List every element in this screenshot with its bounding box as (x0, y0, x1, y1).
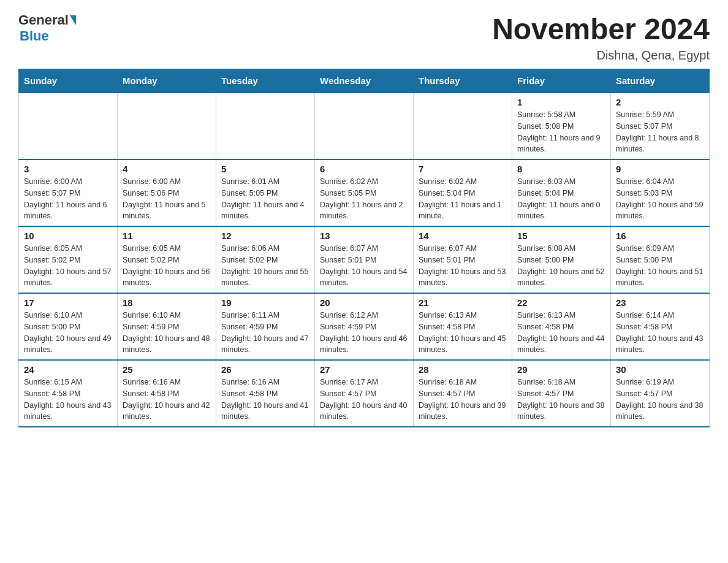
day-info: Sunrise: 6:10 AMSunset: 4:59 PMDaylight:… (123, 310, 211, 356)
calendar-cell: 9Sunrise: 6:04 AMSunset: 5:03 PMDaylight… (611, 159, 710, 226)
day-info: Sunrise: 6:04 AMSunset: 5:03 PMDaylight:… (616, 176, 704, 222)
calendar-week-row: 24Sunrise: 6:15 AMSunset: 4:58 PMDayligh… (19, 360, 710, 427)
day-number: 11 (123, 231, 211, 241)
weekday-header: Saturday (611, 69, 710, 93)
day-info: Sunrise: 6:15 AMSunset: 4:58 PMDaylight:… (24, 377, 112, 423)
day-number: 16 (616, 231, 704, 241)
calendar-cell: 20Sunrise: 6:12 AMSunset: 4:59 PMDayligh… (315, 293, 414, 360)
calendar-cell: 10Sunrise: 6:05 AMSunset: 5:02 PMDayligh… (19, 226, 118, 293)
day-number: 6 (320, 164, 408, 174)
day-number: 12 (221, 231, 309, 241)
calendar-week-row: 3Sunrise: 6:00 AMSunset: 5:07 PMDaylight… (19, 159, 710, 226)
calendar-cell: 5Sunrise: 6:01 AMSunset: 5:05 PMDaylight… (216, 159, 315, 226)
day-info: Sunrise: 6:10 AMSunset: 5:00 PMDaylight:… (24, 310, 112, 356)
calendar-cell: 16Sunrise: 6:09 AMSunset: 5:00 PMDayligh… (611, 226, 710, 293)
day-number: 4 (123, 164, 211, 174)
calendar-cell: 11Sunrise: 6:05 AMSunset: 5:02 PMDayligh… (118, 226, 216, 293)
day-number: 24 (24, 364, 112, 375)
day-info: Sunrise: 6:18 AMSunset: 4:57 PMDaylight:… (517, 377, 605, 423)
day-number: 27 (320, 364, 408, 375)
day-info: Sunrise: 6:07 AMSunset: 5:01 PMDaylight:… (419, 243, 507, 289)
calendar-cell: 4Sunrise: 6:00 AMSunset: 5:06 PMDaylight… (118, 159, 216, 226)
calendar-cell: 23Sunrise: 6:14 AMSunset: 4:58 PMDayligh… (611, 293, 710, 360)
calendar-cell (118, 93, 216, 159)
page-header: General Blue November 2024 Dishna, Qena,… (18, 12, 710, 63)
calendar-week-row: 1Sunrise: 5:58 AMSunset: 5:08 PMDaylight… (19, 93, 710, 159)
calendar-cell (315, 93, 414, 159)
day-info: Sunrise: 6:05 AMSunset: 5:02 PMDaylight:… (123, 243, 211, 289)
weekday-header-row: SundayMondayTuesdayWednesdayThursdayFrid… (19, 69, 710, 93)
day-number: 29 (517, 364, 605, 375)
logo-text-blue: Blue (20, 28, 49, 44)
day-info: Sunrise: 6:09 AMSunset: 5:00 PMDaylight:… (616, 243, 704, 289)
day-number: 19 (221, 297, 309, 308)
day-info: Sunrise: 5:59 AMSunset: 5:07 PMDaylight:… (616, 109, 704, 155)
day-info: Sunrise: 6:17 AMSunset: 4:57 PMDaylight:… (320, 377, 408, 423)
calendar-cell: 19Sunrise: 6:11 AMSunset: 4:59 PMDayligh… (216, 293, 315, 360)
day-info: Sunrise: 6:14 AMSunset: 4:58 PMDaylight:… (616, 310, 704, 356)
day-info: Sunrise: 6:05 AMSunset: 5:02 PMDaylight:… (24, 243, 112, 289)
day-number: 20 (320, 297, 408, 308)
calendar-cell: 26Sunrise: 6:16 AMSunset: 4:58 PMDayligh… (216, 360, 315, 427)
calendar-cell: 24Sunrise: 6:15 AMSunset: 4:58 PMDayligh… (19, 360, 118, 427)
calendar-cell: 25Sunrise: 6:16 AMSunset: 4:58 PMDayligh… (118, 360, 216, 427)
logo-triangle-icon (70, 15, 76, 25)
day-info: Sunrise: 6:02 AMSunset: 5:05 PMDaylight:… (320, 176, 408, 222)
day-info: Sunrise: 6:13 AMSunset: 4:58 PMDaylight:… (419, 310, 507, 356)
day-info: Sunrise: 6:11 AMSunset: 4:59 PMDaylight:… (221, 310, 309, 356)
day-info: Sunrise: 6:07 AMSunset: 5:01 PMDaylight:… (320, 243, 408, 289)
logo: General Blue (18, 12, 76, 44)
day-number: 30 (616, 364, 704, 375)
weekday-header: Wednesday (315, 69, 414, 93)
day-info: Sunrise: 6:12 AMSunset: 4:59 PMDaylight:… (320, 310, 408, 356)
calendar-week-row: 10Sunrise: 6:05 AMSunset: 5:02 PMDayligh… (19, 226, 710, 293)
calendar-cell (414, 93, 512, 159)
calendar-week-row: 17Sunrise: 6:10 AMSunset: 5:00 PMDayligh… (19, 293, 710, 360)
day-info: Sunrise: 6:16 AMSunset: 4:58 PMDaylight:… (221, 377, 309, 423)
weekday-header: Thursday (414, 69, 512, 93)
calendar-cell: 1Sunrise: 5:58 AMSunset: 5:08 PMDaylight… (512, 93, 611, 159)
day-number: 5 (221, 164, 309, 174)
day-number: 1 (517, 97, 605, 107)
day-info: Sunrise: 6:08 AMSunset: 5:00 PMDaylight:… (517, 243, 605, 289)
day-number: 9 (616, 164, 704, 174)
calendar-cell: 8Sunrise: 6:03 AMSunset: 5:04 PMDaylight… (512, 159, 611, 226)
calendar-cell: 7Sunrise: 6:02 AMSunset: 5:04 PMDaylight… (414, 159, 512, 226)
calendar-cell: 12Sunrise: 6:06 AMSunset: 5:02 PMDayligh… (216, 226, 315, 293)
calendar-cell: 22Sunrise: 6:13 AMSunset: 4:58 PMDayligh… (512, 293, 611, 360)
day-number: 10 (24, 231, 112, 241)
calendar-cell: 3Sunrise: 6:00 AMSunset: 5:07 PMDaylight… (19, 159, 118, 226)
day-info: Sunrise: 6:02 AMSunset: 5:04 PMDaylight:… (419, 176, 507, 222)
calendar-cell: 27Sunrise: 6:17 AMSunset: 4:57 PMDayligh… (315, 360, 414, 427)
day-info: Sunrise: 6:00 AMSunset: 5:07 PMDaylight:… (24, 176, 112, 222)
calendar-table: SundayMondayTuesdayWednesdayThursdayFrid… (18, 69, 710, 427)
day-number: 25 (123, 364, 211, 375)
day-number: 15 (517, 231, 605, 241)
calendar-cell: 17Sunrise: 6:10 AMSunset: 5:00 PMDayligh… (19, 293, 118, 360)
day-number: 13 (320, 231, 408, 241)
logo-text-general: General (18, 12, 69, 28)
day-number: 17 (24, 297, 112, 308)
day-info: Sunrise: 6:19 AMSunset: 4:57 PMDaylight:… (616, 377, 704, 423)
day-number: 7 (419, 164, 507, 174)
calendar-cell (216, 93, 315, 159)
day-number: 8 (517, 164, 605, 174)
calendar-cell: 30Sunrise: 6:19 AMSunset: 4:57 PMDayligh… (611, 360, 710, 427)
calendar-cell: 6Sunrise: 6:02 AMSunset: 5:05 PMDaylight… (315, 159, 414, 226)
calendar-cell: 21Sunrise: 6:13 AMSunset: 4:58 PMDayligh… (414, 293, 512, 360)
day-info: Sunrise: 6:16 AMSunset: 4:58 PMDaylight:… (123, 377, 211, 423)
calendar-cell: 29Sunrise: 6:18 AMSunset: 4:57 PMDayligh… (512, 360, 611, 427)
day-info: Sunrise: 5:58 AMSunset: 5:08 PMDaylight:… (517, 109, 605, 155)
day-info: Sunrise: 6:00 AMSunset: 5:06 PMDaylight:… (123, 176, 211, 222)
day-number: 26 (221, 364, 309, 375)
calendar-cell: 2Sunrise: 5:59 AMSunset: 5:07 PMDaylight… (611, 93, 710, 159)
calendar-cell: 14Sunrise: 6:07 AMSunset: 5:01 PMDayligh… (414, 226, 512, 293)
calendar-cell (19, 93, 118, 159)
calendar-cell: 18Sunrise: 6:10 AMSunset: 4:59 PMDayligh… (118, 293, 216, 360)
weekday-header: Sunday (19, 69, 118, 93)
location-text: Dishna, Qena, Egypt (492, 48, 710, 63)
month-title: November 2024 (492, 12, 710, 46)
day-number: 28 (419, 364, 507, 375)
calendar-cell: 13Sunrise: 6:07 AMSunset: 5:01 PMDayligh… (315, 226, 414, 293)
day-number: 21 (419, 297, 507, 308)
